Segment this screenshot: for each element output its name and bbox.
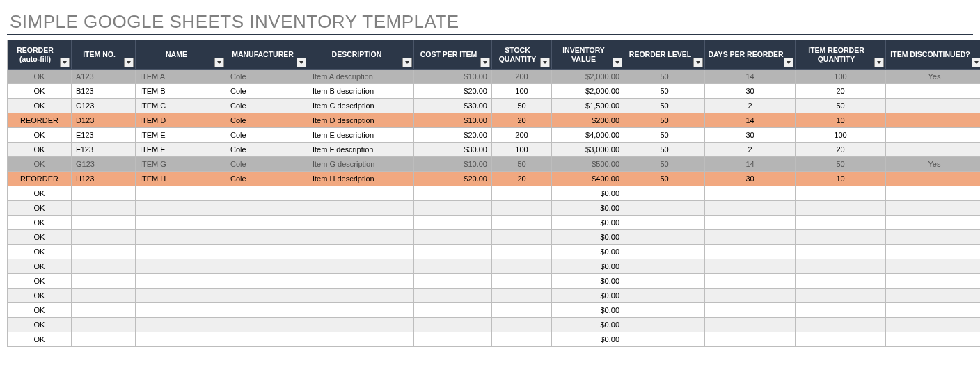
table-cell[interactable]: $0.00: [552, 216, 624, 230]
table-cell[interactable]: [226, 230, 308, 245]
table-cell[interactable]: D123: [72, 113, 136, 128]
table-cell[interactable]: REORDER: [8, 113, 72, 128]
table-cell[interactable]: [226, 186, 308, 201]
table-cell[interactable]: $0.00: [552, 332, 624, 347]
table-cell[interactable]: 200: [492, 70, 552, 84]
table-cell[interactable]: [796, 289, 886, 303]
table-cell[interactable]: Cole: [226, 113, 308, 128]
table-cell[interactable]: OK: [8, 216, 72, 230]
table-cell[interactable]: [136, 230, 226, 245]
table-cell[interactable]: [308, 230, 414, 245]
table-cell[interactable]: [624, 289, 705, 303]
table-cell[interactable]: [414, 332, 492, 347]
table-cell[interactable]: [226, 259, 308, 274]
table-cell[interactable]: $2,000.00: [552, 70, 624, 84]
table-cell[interactable]: [886, 230, 980, 245]
column-header[interactable]: INVENTORY VALUE: [552, 40, 624, 70]
table-cell[interactable]: $0.00: [552, 230, 624, 245]
table-cell[interactable]: ITEM G: [136, 157, 226, 172]
table-cell[interactable]: [72, 318, 136, 332]
table-cell[interactable]: $0.00: [552, 289, 624, 303]
table-cell[interactable]: [72, 332, 136, 347]
table-cell[interactable]: [796, 332, 886, 347]
table-cell[interactable]: OK: [8, 70, 72, 84]
table-cell[interactable]: [796, 201, 886, 216]
table-cell[interactable]: OK: [8, 186, 72, 201]
table-cell[interactable]: [226, 216, 308, 230]
table-cell[interactable]: [226, 318, 308, 332]
table-cell[interactable]: [308, 318, 414, 332]
table-cell[interactable]: [308, 303, 414, 318]
table-cell[interactable]: $20.00: [414, 128, 492, 143]
table-cell[interactable]: [886, 303, 980, 318]
table-cell[interactable]: [308, 259, 414, 274]
table-cell[interactable]: 50: [624, 70, 705, 84]
table-cell[interactable]: OK: [8, 318, 72, 332]
column-header[interactable]: REORDER (auto-fill): [8, 40, 72, 70]
table-cell[interactable]: 20: [492, 172, 552, 186]
table-cell[interactable]: OK: [8, 303, 72, 318]
table-cell[interactable]: $10.00: [414, 70, 492, 84]
table-cell[interactable]: [414, 289, 492, 303]
table-cell[interactable]: 100: [492, 143, 552, 157]
filter-dropdown-icon[interactable]: [297, 58, 306, 67]
table-cell[interactable]: [492, 318, 552, 332]
filter-dropdown-icon[interactable]: [612, 58, 622, 67]
table-cell[interactable]: 50: [624, 157, 705, 172]
filter-dropdown-icon[interactable]: [60, 58, 70, 67]
table-cell[interactable]: [886, 318, 980, 332]
table-cell[interactable]: Cole: [226, 99, 308, 113]
table-cell[interactable]: [886, 84, 980, 99]
table-cell[interactable]: OK: [8, 157, 72, 172]
table-cell[interactable]: [796, 318, 886, 332]
table-cell[interactable]: [136, 332, 226, 347]
table-cell[interactable]: [72, 245, 136, 259]
table-cell[interactable]: 14: [705, 70, 796, 84]
table-cell[interactable]: [886, 245, 980, 259]
table-cell[interactable]: [492, 245, 552, 259]
table-cell[interactable]: [796, 230, 886, 245]
table-cell[interactable]: [624, 201, 705, 216]
filter-dropdown-icon[interactable]: [972, 58, 980, 67]
table-cell[interactable]: ITEM H: [136, 172, 226, 186]
table-cell[interactable]: [705, 303, 796, 318]
table-cell[interactable]: OK: [8, 274, 72, 289]
table-cell[interactable]: [624, 259, 705, 274]
table-cell[interactable]: [796, 303, 886, 318]
column-header[interactable]: DAYS PER REORDER: [705, 40, 796, 70]
table-cell[interactable]: [886, 99, 980, 113]
table-cell[interactable]: [226, 332, 308, 347]
table-cell[interactable]: 50: [796, 157, 886, 172]
table-cell[interactable]: [705, 216, 796, 230]
table-cell[interactable]: 20: [796, 84, 886, 99]
column-header[interactable]: DESCRIPTION: [308, 40, 414, 70]
table-cell[interactable]: $0.00: [552, 318, 624, 332]
table-cell[interactable]: Cole: [226, 172, 308, 186]
table-cell[interactable]: 50: [624, 143, 705, 157]
table-cell[interactable]: 30: [705, 172, 796, 186]
table-cell[interactable]: OK: [8, 128, 72, 143]
table-cell[interactable]: ITEM A: [136, 70, 226, 84]
table-cell[interactable]: Item G description: [308, 157, 414, 172]
table-cell[interactable]: ITEM C: [136, 99, 226, 113]
column-header[interactable]: STOCK QUANTITY: [492, 40, 552, 70]
table-cell[interactable]: [308, 216, 414, 230]
table-cell[interactable]: [624, 186, 705, 201]
table-cell[interactable]: [72, 186, 136, 201]
table-cell[interactable]: [72, 303, 136, 318]
table-cell[interactable]: 50: [492, 157, 552, 172]
table-cell[interactable]: $0.00: [552, 201, 624, 216]
table-cell[interactable]: $30.00: [414, 99, 492, 113]
table-cell[interactable]: OK: [8, 245, 72, 259]
table-cell[interactable]: [136, 259, 226, 274]
table-cell[interactable]: $400.00: [552, 172, 624, 186]
table-cell[interactable]: [414, 186, 492, 201]
table-cell[interactable]: [72, 201, 136, 216]
table-cell[interactable]: [492, 289, 552, 303]
table-cell[interactable]: OK: [8, 84, 72, 99]
table-cell[interactable]: [886, 216, 980, 230]
table-cell[interactable]: $30.00: [414, 143, 492, 157]
table-cell[interactable]: E123: [72, 128, 136, 143]
table-cell[interactable]: [705, 245, 796, 259]
table-cell[interactable]: Yes: [886, 70, 980, 84]
